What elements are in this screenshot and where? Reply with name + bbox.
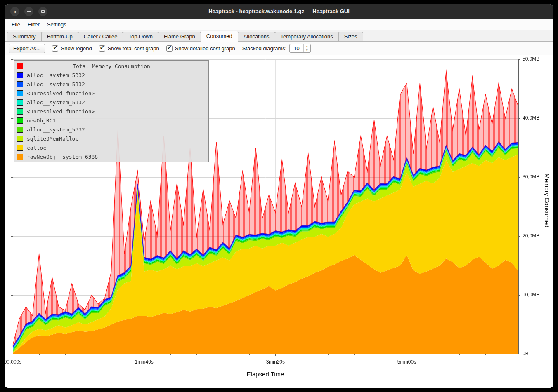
y-tick-label: 40,0MB [523,115,539,121]
legend-label: <unresolved function> [27,108,95,115]
tab-flame-graph[interactable]: Flame Graph [158,32,201,41]
y-tick-label: 20,0MB [523,233,539,239]
x-tick-label: 1min40s [135,359,153,365]
titlebar[interactable]: Heaptrack - heaptrack.wakunode.1.gz — He… [5,4,553,19]
heaptrack-window: Heaptrack - heaptrack.wakunode.1.gz — He… [5,4,553,388]
legend-label: alloc__system_5332 [27,99,85,106]
legend-swatch-total [17,63,23,69]
legend-item: <unresolved function> [14,107,208,116]
tab-caller-callee[interactable]: Caller / Callee [78,32,123,41]
legend-swatch [17,81,23,87]
tab-bottom-up[interactable]: Bottom-Up [41,32,78,41]
tab-allocations[interactable]: Allocations [238,32,275,41]
tab-sizes[interactable]: Sizes [338,32,363,41]
legend-label: newObjRC1 [27,117,56,124]
show-detailed-cost-graph-checkbox[interactable]: Show detailed cost graph [166,45,235,52]
legend-swatch [17,108,23,115]
menu-filter[interactable]: Filter [24,20,43,29]
x-axis-title: Elapsed Time [247,371,284,378]
legend-item: alloc__system_5332 [14,80,208,89]
stacked-diagrams-value[interactable]: 10 [290,44,303,52]
stacked-diagrams-spinbox[interactable]: 10 [289,44,310,53]
y-tick-label: 10,0MB [523,292,539,298]
legend-item: rawNewObj__system_6388 [14,152,208,161]
chart-legend: Total Memory Consumption alloc__system_5… [14,60,209,162]
y-tick-label: 50,0MB [523,56,539,62]
legend-label: alloc__system_5332 [27,127,85,133]
y-tick-label: 0B [523,351,529,357]
tab-bar: Summary Bottom-Up Caller / Callee Top-Do… [5,30,553,42]
legend-title-row: Total Memory Consumption [14,61,208,70]
checkbox-label: Show legend [61,45,92,52]
legend-item: alloc__system_5332 [14,98,208,107]
menubar: File Filter Settings [5,19,553,30]
y-tick-label: 30,0MB [523,174,539,180]
checkbox-label: Show detailed cost graph [175,45,235,52]
legend-label: rawNewObj__system_6388 [27,154,98,160]
checkbox-icon[interactable] [52,45,58,52]
legend-item: calloc [14,143,208,152]
show-legend-checkbox[interactable]: Show legend [52,45,92,52]
x-tick-label: 5min00s [397,359,416,365]
legend-swatch [17,117,23,124]
legend-item: alloc__system_5332 [14,125,208,134]
show-total-cost-graph-checkbox[interactable]: Show total cost graph [99,45,159,52]
spin-arrows [303,44,310,52]
y-axis-title: Memory Consumed [544,174,551,228]
spin-up-icon[interactable] [304,44,310,48]
legend-swatch [17,154,23,160]
stacked-diagrams-label: Stacked diagrams: [242,45,287,52]
legend-swatch [17,99,23,106]
legend-swatch [17,145,23,151]
spin-down-icon[interactable] [304,48,310,52]
legend-title: Total Memory Consumption [27,63,196,69]
x-tick-label: 00.000s [5,359,21,365]
checkbox-label: Show total cost graph [108,45,159,52]
legend-label: calloc [27,145,46,151]
legend-swatch [17,136,23,142]
tab-summary[interactable]: Summary [7,32,42,41]
checkbox-icon[interactable] [166,45,173,52]
tab-consumed[interactable]: Consumed [201,31,238,42]
menu-settings[interactable]: Settings [43,20,70,29]
toolbar: Export As... Show legend Show total cost… [5,42,553,55]
tab-temporary-allocations[interactable]: Temporary Allocations [275,32,339,41]
legend-label: <unresolved function> [27,90,95,96]
legend-item: newObjRC1 [14,116,208,125]
legend-swatch [17,72,23,78]
legend-label: alloc__system_5332 [27,72,85,78]
stacked-diagrams-control: Stacked diagrams: 10 [242,44,311,53]
legend-label: sqlite3MemMalloc [27,136,78,142]
menu-file[interactable]: File [8,20,24,29]
legend-item: alloc__system_5332 [14,70,208,80]
checkbox-icon[interactable] [99,45,105,52]
x-tick-label: 3min20s [266,359,285,365]
legend-swatch [17,90,23,96]
legend-item: <unresolved function> [14,89,208,98]
window-title: Heaptrack - heaptrack.wakunode.1.gz — He… [5,4,553,19]
legend-item: sqlite3MemMalloc [14,134,208,143]
tab-top-down[interactable]: Top-Down [123,32,158,41]
export-as-button[interactable]: Export As... [9,44,45,53]
legend-swatch [17,127,23,133]
chart-area: Total Memory Consumption alloc__system_5… [5,55,553,388]
legend-label: alloc__system_5332 [27,81,85,87]
